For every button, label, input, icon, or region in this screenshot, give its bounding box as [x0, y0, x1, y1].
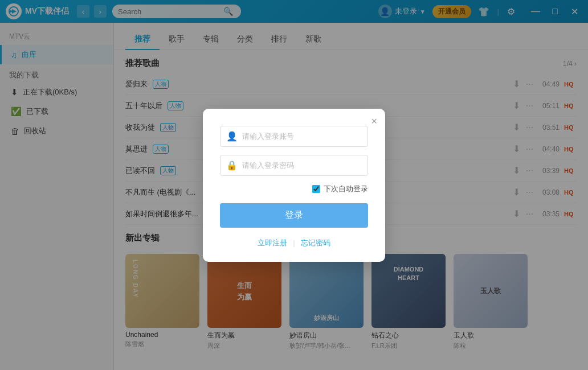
- user-field-icon: 👤: [226, 131, 238, 142]
- footer-sep: |: [293, 239, 295, 247]
- password-input[interactable]: [242, 161, 362, 170]
- username-input[interactable]: [242, 131, 362, 141]
- auto-login-checkbox[interactable]: [312, 185, 320, 193]
- modal-close-button[interactable]: ×: [371, 116, 377, 128]
- password-input-group[interactable]: 🔒: [220, 155, 368, 176]
- username-input-group[interactable]: 👤: [220, 126, 368, 147]
- modal-overlay: × 👤 🔒 下次自动登录 登录 立即注册 | 忘记密码: [0, 0, 588, 370]
- login-button[interactable]: 登录: [220, 203, 368, 228]
- auto-login-row: 下次自动登录: [220, 184, 368, 194]
- login-modal: × 👤 🔒 下次自动登录 登录 立即注册 | 忘记密码: [203, 109, 385, 262]
- modal-footer: 立即注册 | 忘记密码: [220, 238, 368, 248]
- forgot-password-link[interactable]: 忘记密码: [301, 238, 330, 248]
- lock-icon: 🔒: [226, 160, 238, 171]
- register-link[interactable]: 立即注册: [258, 238, 287, 248]
- auto-login-label[interactable]: 下次自动登录: [324, 184, 368, 194]
